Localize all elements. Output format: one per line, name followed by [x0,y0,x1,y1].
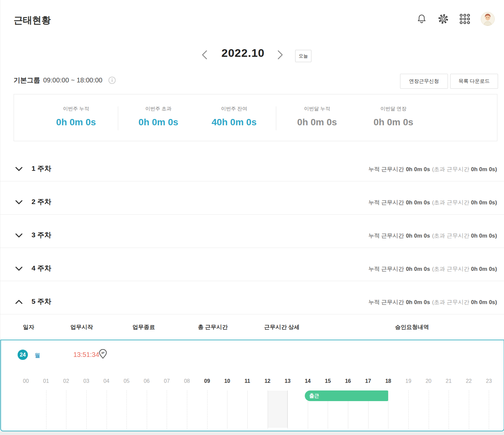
week-label: 2 주차 [32,197,51,206]
settings-gear-icon[interactable] [438,13,449,25]
download-list-button[interactable]: 목록 다운로드 [450,74,498,89]
chevron-left-icon[interactable] [201,50,210,60]
group-info-row: 기본그룹 09:00:00 ~ 18:00:00 [14,76,116,85]
timeline-gridline [429,390,429,429]
clock-in-time: 13:51:34 [73,351,99,359]
week-summary-text: 누적 근무시간0h 0m 0s(초과 근무시간0h 0m 0s) [369,232,497,240]
day-row: 24 월 13:51:34 IP 00010203040506070809101… [0,340,504,431]
svg-text:IP: IP [102,351,105,355]
col-total-hours: 총 근무시간 [198,323,228,331]
timeline-gridline [449,390,449,429]
timeline-hour-label: 12 [265,378,271,384]
col-work-start: 업무시작 [70,323,93,331]
page-title: 근태현황 [14,14,51,27]
col-approval-history: 승인요청내역 [395,323,429,331]
chevron-up-icon[interactable] [15,299,23,304]
week-list: 1 주차 누적 근무시간0h 0m 0s(초과 근무시간0h 0m 0s) 2 … [0,156,504,314]
chevron-down-icon[interactable] [15,266,23,271]
stat-week-cumulative: 이번주 누적 0h 0m 0s [56,106,96,128]
ip-location-pin-icon[interactable]: IP [99,349,107,359]
chevron-right-icon[interactable] [277,50,285,60]
week-row-1[interactable]: 1 주차 누적 근무시간0h 0m 0s(초과 근무시간0h 0m 0s) [0,156,504,181]
timeline-gridline [86,390,87,429]
timeline-hour-label: 21 [446,378,452,384]
chevron-down-icon[interactable] [15,166,23,171]
week-label: 5 주차 [32,297,51,306]
chevron-down-icon[interactable] [15,233,23,238]
clock-in-bar-label: 출근 [309,393,319,398]
break-block [268,390,288,428]
notification-bell-icon[interactable] [416,13,427,25]
timeline-hour-label: 01 [43,378,49,384]
overtime-request-button[interactable]: 연장근무신청 [400,74,448,89]
timeline-gridline [187,390,187,429]
divider [276,106,276,130]
timeline-hour-label: 18 [385,378,391,384]
toolbar: 연장근무신청 목록 다운로드 [400,74,498,89]
timeline-hour-label: 20 [426,378,432,384]
timeline-hour-label: 09 [204,378,210,384]
timeline-gridline [489,390,489,429]
summary-panel: 이번주 누적 0h 0m 0s 이번주 초과 0h 0m 0s 이번주 잔여 4… [14,94,497,141]
week-label: 1 주차 [32,164,51,173]
timeline-hour-label: 22 [466,378,472,384]
timeline-hour-label: 19 [405,378,411,384]
stat-month-cumulative: 이번달 누적 0h 0m 0s [297,106,337,128]
user-avatar[interactable] [481,12,495,26]
week-row-2[interactable]: 2 주차 누적 근무시간0h 0m 0s(초과 근무시간0h 0m 0s) [0,181,504,215]
week-row-4[interactable]: 4 주차 누적 근무시간0h 0m 0s(초과 근무시간0h 0m 0s) [0,248,504,281]
timeline-hour-label: 15 [325,378,331,384]
timeline-hour-label: 23 [486,378,492,384]
clock-in-bar[interactable]: 출근 [305,390,388,401]
timeline-hour-label: 10 [224,378,230,384]
timeline-hour-label: 05 [124,378,129,384]
col-date: 일자 [23,323,34,331]
timeline-hour-label: 02 [63,378,69,384]
timeline-hour-label: 06 [144,378,150,384]
stat-week-remaining: 이번주 잔여 40h 0m 0s [211,106,256,128]
timeline-hour-label: 03 [83,378,89,384]
timeline-hour-label: 11 [244,378,250,384]
timeline-grid [1,390,504,429]
week-summary-text: 누적 근무시간0h 0m 0s(초과 근무시간0h 0m 0s) [369,265,497,273]
timeline-hour-label: 00 [23,378,29,384]
timeline-hours: 0001020304050607080910111213141516171819… [1,378,504,386]
attendance-page: 근태현황 [0,0,504,435]
timeline-gridline [288,390,288,429]
timeline-gridline [247,390,248,429]
day-number-badge: 24 [18,350,28,360]
current-month-label: 2022.10 [221,47,265,59]
timeline-hour-label: 04 [104,378,110,384]
timeline-gridline [469,390,469,429]
header-icons [416,12,495,26]
chevron-down-icon[interactable] [15,200,23,205]
week-row-5[interactable]: 5 주차 누적 근무시간0h 0m 0s(초과 근무시간0h 0m 0s) [0,281,504,314]
timeline-gridline [167,390,167,429]
timeline-hour-label: 14 [305,378,311,384]
timeline-gridline [126,390,127,429]
today-button[interactable]: 오늘 [295,50,311,62]
week-label: 4 주차 [32,264,51,273]
timeline-gridline [46,390,46,429]
timeline-hour-label: 16 [345,378,351,384]
timeline-gridline [388,390,388,429]
week-summary-text: 누적 근무시간0h 0m 0s(초과 근무시간0h 0m 0s) [369,199,497,206]
day-table-header: 일자 업무시작 업무종료 총 근무시간 근무시간 상세 승인요청내역 [0,314,504,340]
week-label: 3 주차 [32,230,51,240]
info-circle-icon[interactable] [108,76,116,84]
group-work-hours: 09:00:00 ~ 18:00:00 [43,76,103,84]
timeline-gridline [408,390,409,429]
timeline-hour-label: 07 [164,378,170,384]
timeline-gridline [147,390,147,429]
col-work-end: 업무종료 [132,323,155,331]
page-bottom-strip [0,431,504,435]
group-name: 기본그룹 [14,76,40,85]
divider [118,106,118,130]
app-grid-icon[interactable] [459,13,470,25]
week-summary-text: 누적 근무시간0h 0m 0s(초과 근무시간0h 0m 0s) [369,298,497,306]
stat-week-overtime: 이번주 초과 0h 0m 0s [138,106,178,128]
week-row-3[interactable]: 3 주차 누적 근무시간0h 0m 0s(초과 근무시간0h 0m 0s) [0,215,504,248]
timeline-gridline [227,390,227,429]
weekday-label: 월 [35,352,40,359]
timeline-hour-label: 08 [184,378,190,384]
